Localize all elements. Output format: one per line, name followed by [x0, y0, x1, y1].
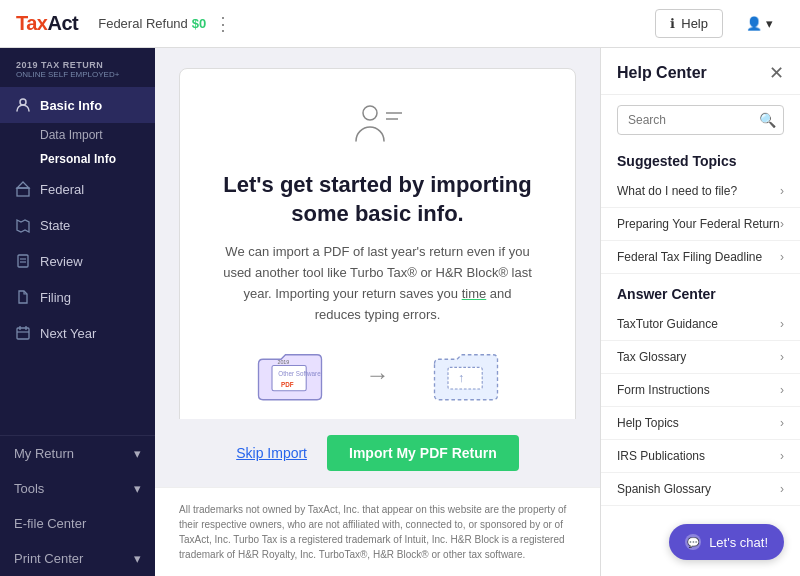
main-content: Let's get started by importing some basi…: [155, 48, 600, 419]
refund-display: Federal Refund $0: [98, 16, 206, 31]
svg-rect-6: [17, 328, 29, 339]
chat-button[interactable]: 💬 Let's chat!: [669, 524, 784, 560]
card-description: We can import a PDF of last year's retur…: [220, 242, 535, 325]
help-label: Help: [681, 16, 708, 31]
sidebar-footer-tools[interactable]: Tools ▾: [0, 471, 155, 506]
user-icon: 👤: [746, 16, 762, 31]
chevron-right-icon: ›: [780, 383, 784, 397]
suggested-item-label-2: Federal Tax Filing Deadline: [617, 250, 762, 264]
chevron-right-icon: ›: [780, 350, 784, 364]
suggested-item-1[interactable]: Preparing Your Federal Return ›: [601, 208, 800, 241]
chevron-right-icon: ›: [780, 217, 784, 231]
answer-item-3[interactable]: Help Topics ›: [601, 407, 800, 440]
card-title: Let's get started by importing some basi…: [220, 171, 535, 228]
svg-rect-17: [448, 368, 482, 390]
help-search-input[interactable]: [617, 105, 784, 135]
app-layout: 2019 TAX RETURN ONLINE SELF EMPLOYED+ Ba…: [0, 48, 800, 576]
answer-item-label-0: TaxTutor Guidance: [617, 317, 718, 331]
refund-label: Federal Refund: [98, 16, 188, 31]
answer-item-1[interactable]: Tax Glossary ›: [601, 341, 800, 374]
chat-label: Let's chat!: [709, 535, 768, 550]
sidebar-item-label-state: State: [40, 218, 70, 233]
answer-item-label-2: Form Instructions: [617, 383, 710, 397]
info-icon: ℹ: [670, 16, 675, 31]
sidebar: 2019 TAX RETURN ONLINE SELF EMPLOYED+ Ba…: [0, 48, 155, 576]
answer-item-0[interactable]: TaxTutor Guidance ›: [601, 308, 800, 341]
sidebar-sub-item-personal-info[interactable]: Personal Info: [40, 147, 155, 171]
sidebar-item-state[interactable]: State: [0, 207, 155, 243]
sidebar-nav: Basic Info Data Import Personal Info Fed…: [0, 87, 155, 435]
pdf-folder-image: Other Software PDF 2019: [254, 345, 326, 405]
card-images: Other Software PDF 2019 → ↑: [254, 345, 502, 405]
sidebar-footer-efile-center[interactable]: E-file Center: [0, 506, 155, 541]
svg-marker-2: [17, 182, 29, 188]
refund-amount: $0: [192, 16, 206, 31]
sidebar-footer: My Return ▾ Tools ▾ E-file Center Print …: [0, 435, 155, 576]
sidebar-item-next-year[interactable]: Next Year: [0, 315, 155, 351]
building-icon: [14, 180, 32, 198]
topbar-right: ℹ Help 👤 ▾: [655, 9, 784, 38]
clipboard-icon: [14, 252, 32, 270]
sidebar-sub-item-data-import[interactable]: Data Import: [40, 123, 155, 147]
suggested-item-0[interactable]: What do I need to file? ›: [601, 175, 800, 208]
chevron-right-icon: ›: [780, 184, 784, 198]
answer-center-title: Answer Center: [601, 278, 800, 308]
help-panel-close-button[interactable]: ✕: [769, 62, 784, 84]
sidebar-item-label-basic-info: Basic Info: [40, 98, 102, 113]
user-menu-button[interactable]: 👤 ▾: [735, 9, 784, 38]
sidebar-sub-basic-info: Data Import Personal Info: [0, 123, 155, 171]
action-bar: Skip Import Import My PDF Return: [155, 419, 600, 487]
suggested-topics-title: Suggested Topics: [601, 145, 800, 175]
answer-item-5[interactable]: Spanish Glossary ›: [601, 473, 800, 506]
svg-text:2019: 2019: [277, 359, 289, 365]
arrow-icon: →: [366, 361, 390, 389]
svg-point-0: [20, 99, 26, 105]
svg-text:↑: ↑: [457, 371, 463, 385]
chevron-right-icon: ›: [780, 449, 784, 463]
sidebar-item-review[interactable]: Review: [0, 243, 155, 279]
sidebar-item-basic-info[interactable]: Basic Info: [0, 87, 155, 123]
sidebar-footer-my-return[interactable]: My Return ▾: [0, 436, 155, 471]
tools-label: Tools: [14, 481, 44, 496]
suggested-item-label-0: What do I need to file?: [617, 184, 737, 198]
sidebar-footer-print-center[interactable]: Print Center ▾: [0, 541, 155, 576]
svg-rect-3: [18, 255, 28, 267]
brand-logo: TaxAct: [16, 12, 78, 35]
sidebar-item-filing[interactable]: Filing: [0, 279, 155, 315]
chevron-down-icon: ▾: [134, 446, 141, 461]
sidebar-item-federal[interactable]: Federal: [0, 171, 155, 207]
more-options-icon[interactable]: ⋮: [214, 13, 232, 35]
suggested-item-2[interactable]: Federal Tax Filing Deadline ›: [601, 241, 800, 274]
file-icon: [14, 288, 32, 306]
footer-text: All trademarks not owned by TaxAct, Inc.…: [155, 487, 600, 576]
answer-item-label-3: Help Topics: [617, 416, 679, 430]
chevron-down-icon: ▾: [134, 481, 141, 496]
import-illustration: [348, 101, 408, 155]
help-search-area: 🔍: [601, 95, 800, 145]
skip-import-button[interactable]: Skip Import: [236, 445, 307, 461]
sidebar-brand-sub: ONLINE SELF EMPLOYED+: [16, 70, 139, 79]
sidebar-item-label-review: Review: [40, 254, 83, 269]
answer-item-4[interactable]: IRS Publications ›: [601, 440, 800, 473]
calendar-icon: [14, 324, 32, 342]
print-center-label: Print Center: [14, 551, 83, 566]
sidebar-brand: 2019 TAX RETURN ONLINE SELF EMPLOYED+: [0, 48, 155, 87]
chevron-down-icon: ▾: [766, 16, 773, 31]
sidebar-item-label-next-year: Next Year: [40, 326, 96, 341]
help-button[interactable]: ℹ Help: [655, 9, 723, 38]
answer-item-2[interactable]: Form Instructions ›: [601, 374, 800, 407]
import-card: Let's get started by importing some basi…: [179, 68, 576, 419]
help-search-wrap: 🔍: [617, 105, 784, 135]
sidebar-item-label-federal: Federal: [40, 182, 84, 197]
svg-rect-1: [17, 188, 29, 196]
svg-text:PDF: PDF: [281, 382, 294, 389]
answer-item-label-4: IRS Publications: [617, 449, 705, 463]
chat-icon: 💬: [685, 534, 701, 550]
svg-point-10: [363, 106, 377, 120]
svg-text:Other Software: Other Software: [278, 371, 321, 378]
chevron-right-icon: ›: [780, 317, 784, 331]
import-pdf-button[interactable]: Import My PDF Return: [327, 435, 519, 471]
my-return-label: My Return: [14, 446, 74, 461]
chevron-right-icon: ›: [780, 416, 784, 430]
efile-center-label: E-file Center: [14, 516, 86, 531]
